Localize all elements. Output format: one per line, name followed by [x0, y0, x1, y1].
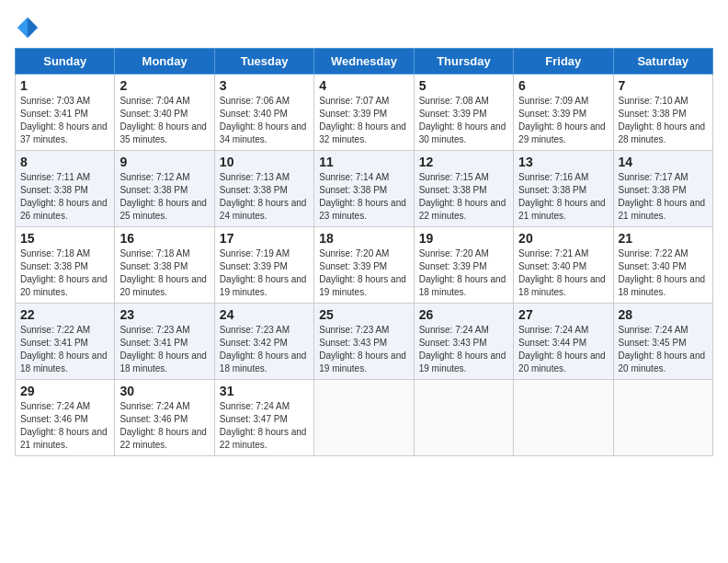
calendar-cell [314, 380, 414, 456]
cell-info: Sunrise: 7:15 AMSunset: 3:38 PMDaylight:… [419, 171, 508, 223]
calendar-cell: 10Sunrise: 7:13 AMSunset: 3:38 PMDayligh… [214, 151, 313, 227]
day-number: 15 [20, 231, 109, 246]
day-number: 16 [119, 231, 209, 246]
day-header-wednesday: Wednesday [314, 49, 414, 75]
calendar-cell: 4Sunrise: 7:07 AMSunset: 3:39 PMDaylight… [314, 75, 414, 151]
day-number: 4 [319, 78, 408, 93]
day-header-tuesday: Tuesday [214, 49, 313, 75]
calendar-cell: 7Sunrise: 7:10 AMSunset: 3:38 PMDaylight… [613, 75, 712, 151]
day-number: 23 [119, 307, 209, 322]
calendar-cell: 29Sunrise: 7:24 AMSunset: 3:46 PMDayligh… [16, 380, 115, 456]
cell-info: Sunrise: 7:24 AMSunset: 3:43 PMDaylight:… [419, 324, 508, 375]
cell-info: Sunrise: 7:21 AMSunset: 3:40 PMDaylight:… [518, 247, 608, 299]
day-number: 29 [20, 384, 109, 398]
calendar-table: SundayMondayTuesdayWednesdayThursdayFrid… [15, 48, 713, 456]
calendar-cell: 27Sunrise: 7:24 AMSunset: 3:44 PMDayligh… [514, 304, 613, 380]
cell-info: Sunrise: 7:24 AMSunset: 3:47 PMDaylight:… [220, 400, 309, 452]
calendar-cell: 9Sunrise: 7:12 AMSunset: 3:38 PMDaylight… [115, 151, 214, 227]
day-number: 14 [619, 155, 708, 169]
cell-info: Sunrise: 7:08 AMSunset: 3:39 PMDaylight:… [419, 95, 508, 146]
calendar-cell [414, 380, 513, 456]
logo-icon [15, 15, 40, 40]
day-number: 6 [518, 78, 608, 93]
calendar-cell: 1Sunrise: 7:03 AMSunset: 3:41 PMDaylight… [16, 75, 115, 151]
cell-info: Sunrise: 7:10 AMSunset: 3:38 PMDaylight:… [619, 95, 708, 146]
calendar-cell: 14Sunrise: 7:17 AMSunset: 3:38 PMDayligh… [613, 151, 712, 227]
calendar-cell: 20Sunrise: 7:21 AMSunset: 3:40 PMDayligh… [514, 227, 613, 304]
calendar-week-row: 15Sunrise: 7:18 AMSunset: 3:38 PMDayligh… [16, 227, 713, 304]
calendar-header-row: SundayMondayTuesdayWednesdayThursdayFrid… [16, 49, 713, 75]
day-number: 25 [319, 307, 408, 322]
calendar-cell: 8Sunrise: 7:11 AMSunset: 3:38 PMDaylight… [16, 151, 115, 227]
cell-info: Sunrise: 7:14 AMSunset: 3:38 PMDaylight:… [319, 171, 408, 223]
day-header-thursday: Thursday [414, 49, 513, 75]
day-number: 28 [619, 307, 708, 322]
cell-info: Sunrise: 7:09 AMSunset: 3:39 PMDaylight:… [518, 95, 608, 146]
cell-info: Sunrise: 7:11 AMSunset: 3:38 PMDaylight:… [20, 171, 109, 223]
calendar-week-row: 29Sunrise: 7:24 AMSunset: 3:46 PMDayligh… [16, 380, 713, 456]
day-number: 2 [119, 78, 209, 93]
calendar-cell: 31Sunrise: 7:24 AMSunset: 3:47 PMDayligh… [214, 380, 313, 456]
cell-info: Sunrise: 7:22 AMSunset: 3:41 PMDaylight:… [20, 324, 109, 375]
logo [15, 15, 44, 40]
day-number: 22 [20, 307, 109, 322]
day-number: 24 [220, 307, 309, 322]
day-number: 26 [419, 307, 508, 322]
calendar-cell: 24Sunrise: 7:23 AMSunset: 3:42 PMDayligh… [214, 304, 313, 380]
day-number: 1 [20, 78, 109, 93]
cell-info: Sunrise: 7:23 AMSunset: 3:41 PMDaylight:… [119, 324, 209, 375]
calendar-week-row: 1Sunrise: 7:03 AMSunset: 3:41 PMDaylight… [16, 75, 713, 151]
calendar-cell: 26Sunrise: 7:24 AMSunset: 3:43 PMDayligh… [414, 304, 513, 380]
day-number: 3 [220, 78, 309, 93]
cell-info: Sunrise: 7:16 AMSunset: 3:38 PMDaylight:… [518, 171, 608, 223]
cell-info: Sunrise: 7:23 AMSunset: 3:43 PMDaylight:… [319, 324, 408, 375]
day-header-friday: Friday [514, 49, 613, 75]
day-number: 12 [419, 155, 508, 169]
cell-info: Sunrise: 7:24 AMSunset: 3:46 PMDaylight:… [20, 400, 109, 452]
cell-info: Sunrise: 7:12 AMSunset: 3:38 PMDaylight:… [119, 171, 209, 223]
calendar-week-row: 8Sunrise: 7:11 AMSunset: 3:38 PMDaylight… [16, 151, 713, 227]
cell-info: Sunrise: 7:18 AMSunset: 3:38 PMDaylight:… [119, 247, 209, 299]
day-number: 10 [220, 155, 309, 169]
cell-info: Sunrise: 7:03 AMSunset: 3:41 PMDaylight:… [20, 95, 109, 146]
day-number: 21 [619, 231, 708, 246]
cell-info: Sunrise: 7:23 AMSunset: 3:42 PMDaylight:… [220, 324, 309, 375]
cell-info: Sunrise: 7:07 AMSunset: 3:39 PMDaylight:… [319, 95, 408, 146]
svg-marker-0 [28, 17, 38, 38]
day-number: 5 [419, 78, 508, 93]
cell-info: Sunrise: 7:24 AMSunset: 3:46 PMDaylight:… [119, 400, 209, 452]
calendar-cell: 23Sunrise: 7:23 AMSunset: 3:41 PMDayligh… [115, 304, 214, 380]
calendar-cell: 15Sunrise: 7:18 AMSunset: 3:38 PMDayligh… [16, 227, 115, 304]
calendar-cell: 19Sunrise: 7:20 AMSunset: 3:39 PMDayligh… [414, 227, 513, 304]
calendar-cell: 11Sunrise: 7:14 AMSunset: 3:38 PMDayligh… [314, 151, 414, 227]
cell-info: Sunrise: 7:04 AMSunset: 3:40 PMDaylight:… [119, 95, 209, 146]
calendar-cell [613, 380, 712, 456]
calendar-cell: 18Sunrise: 7:20 AMSunset: 3:39 PMDayligh… [314, 227, 414, 304]
day-number: 7 [619, 78, 708, 93]
calendar-week-row: 22Sunrise: 7:22 AMSunset: 3:41 PMDayligh… [16, 304, 713, 380]
calendar-cell: 28Sunrise: 7:24 AMSunset: 3:45 PMDayligh… [613, 304, 712, 380]
calendar-cell [514, 380, 613, 456]
cell-info: Sunrise: 7:20 AMSunset: 3:39 PMDaylight:… [319, 247, 408, 299]
calendar-cell: 17Sunrise: 7:19 AMSunset: 3:39 PMDayligh… [214, 227, 313, 304]
calendar-cell: 2Sunrise: 7:04 AMSunset: 3:40 PMDaylight… [115, 75, 214, 151]
svg-marker-1 [17, 17, 28, 38]
day-header-saturday: Saturday [613, 49, 712, 75]
page-header [15, 15, 713, 40]
cell-info: Sunrise: 7:20 AMSunset: 3:39 PMDaylight:… [419, 247, 508, 299]
calendar-cell: 25Sunrise: 7:23 AMSunset: 3:43 PMDayligh… [314, 304, 414, 380]
day-number: 8 [20, 155, 109, 169]
day-header-sunday: Sunday [16, 49, 115, 75]
calendar-cell: 22Sunrise: 7:22 AMSunset: 3:41 PMDayligh… [16, 304, 115, 380]
day-number: 11 [319, 155, 408, 169]
calendar-cell: 13Sunrise: 7:16 AMSunset: 3:38 PMDayligh… [514, 151, 613, 227]
cell-info: Sunrise: 7:19 AMSunset: 3:39 PMDaylight:… [220, 247, 309, 299]
day-number: 9 [119, 155, 209, 169]
calendar-cell: 30Sunrise: 7:24 AMSunset: 3:46 PMDayligh… [115, 380, 214, 456]
day-header-monday: Monday [115, 49, 214, 75]
day-number: 17 [220, 231, 309, 246]
calendar-cell: 5Sunrise: 7:08 AMSunset: 3:39 PMDaylight… [414, 75, 513, 151]
calendar-cell: 16Sunrise: 7:18 AMSunset: 3:38 PMDayligh… [115, 227, 214, 304]
day-number: 31 [220, 384, 309, 398]
cell-info: Sunrise: 7:24 AMSunset: 3:44 PMDaylight:… [518, 324, 608, 375]
